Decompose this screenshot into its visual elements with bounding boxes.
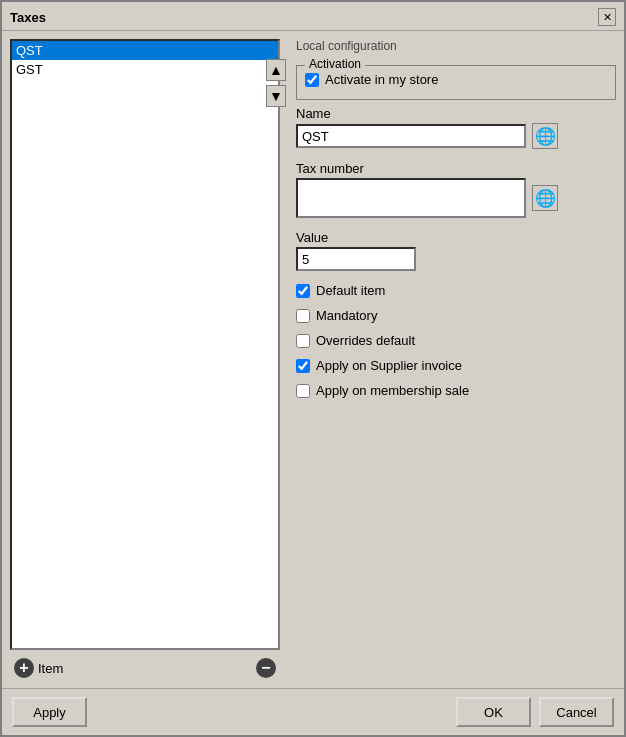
apply-supplier-row: Apply on Supplier invoice xyxy=(296,358,616,373)
mandatory-checkbox[interactable] xyxy=(296,309,310,323)
apply-supplier-label[interactable]: Apply on Supplier invoice xyxy=(316,358,462,373)
mandatory-label[interactable]: Mandatory xyxy=(316,308,377,323)
title-bar: Taxes ✕ xyxy=(2,2,624,31)
apply-supplier-checkbox[interactable] xyxy=(296,359,310,373)
taxes-dialog: Taxes ✕ QST GST + Item − ▲ xyxy=(0,0,626,737)
value-input[interactable] xyxy=(296,247,416,271)
move-up-button[interactable]: ▲ xyxy=(266,59,286,81)
remove-icon: − xyxy=(256,658,276,678)
name-row: 🌐 xyxy=(296,123,616,149)
default-item-row: Default item xyxy=(296,283,616,298)
dialog-footer: Apply OK Cancel xyxy=(2,688,624,735)
tax-list[interactable]: QST GST xyxy=(10,39,280,650)
move-down-button[interactable]: ▼ xyxy=(266,85,286,107)
apply-membership-checkbox[interactable] xyxy=(296,384,310,398)
value-row xyxy=(296,247,616,271)
name-label: Name xyxy=(296,106,616,121)
default-item-label[interactable]: Default item xyxy=(316,283,385,298)
tax-number-label: Tax number xyxy=(296,161,616,176)
apply-membership-row: Apply on membership sale xyxy=(296,383,616,398)
default-item-checkbox[interactable] xyxy=(296,284,310,298)
ok-button[interactable]: OK xyxy=(456,697,531,727)
activation-group: Activation Activate in my store xyxy=(296,65,616,100)
name-input[interactable] xyxy=(296,124,526,148)
activate-checkbox[interactable] xyxy=(305,73,319,87)
activation-legend: Activation xyxy=(305,57,365,71)
add-item-label: Item xyxy=(38,661,63,676)
apply-button[interactable]: Apply xyxy=(12,697,87,727)
cancel-button[interactable]: Cancel xyxy=(539,697,614,727)
mandatory-row: Mandatory xyxy=(296,308,616,323)
overrides-default-checkbox[interactable] xyxy=(296,334,310,348)
dialog-body: QST GST + Item − ▲ ▼ Local configurat xyxy=(2,31,624,688)
name-globe-button[interactable]: 🌐 xyxy=(532,123,558,149)
left-panel: QST GST + Item − xyxy=(10,39,280,680)
overrides-default-label[interactable]: Overrides default xyxy=(316,333,415,348)
list-item[interactable]: GST xyxy=(12,60,278,79)
list-controls: + Item − xyxy=(10,650,280,680)
tax-number-row: 🌐 xyxy=(296,178,616,218)
apply-membership-label[interactable]: Apply on membership sale xyxy=(316,383,469,398)
overrides-default-row: Overrides default xyxy=(296,333,616,348)
tax-number-input[interactable] xyxy=(296,178,526,218)
add-icon: + xyxy=(14,658,34,678)
tax-number-globe-button[interactable]: 🌐 xyxy=(532,185,558,211)
local-config-label: Local configuration xyxy=(296,39,616,53)
activate-row: Activate in my store xyxy=(305,72,607,87)
value-field-group: Value xyxy=(296,230,616,277)
add-item-button[interactable]: + Item xyxy=(10,656,67,680)
activate-label[interactable]: Activate in my store xyxy=(325,72,438,87)
right-panel: Local configuration Activation Activate … xyxy=(296,39,616,680)
list-item[interactable]: QST xyxy=(12,41,278,60)
name-field-group: Name 🌐 xyxy=(296,106,616,155)
remove-item-button[interactable]: − xyxy=(252,656,280,680)
dialog-title: Taxes xyxy=(10,10,46,25)
tax-number-field-group: Tax number 🌐 xyxy=(296,161,616,224)
arrow-controls: ▲ ▼ xyxy=(266,59,286,107)
footer-right: OK Cancel xyxy=(456,697,614,727)
value-label: Value xyxy=(296,230,616,245)
close-button[interactable]: ✕ xyxy=(598,8,616,26)
